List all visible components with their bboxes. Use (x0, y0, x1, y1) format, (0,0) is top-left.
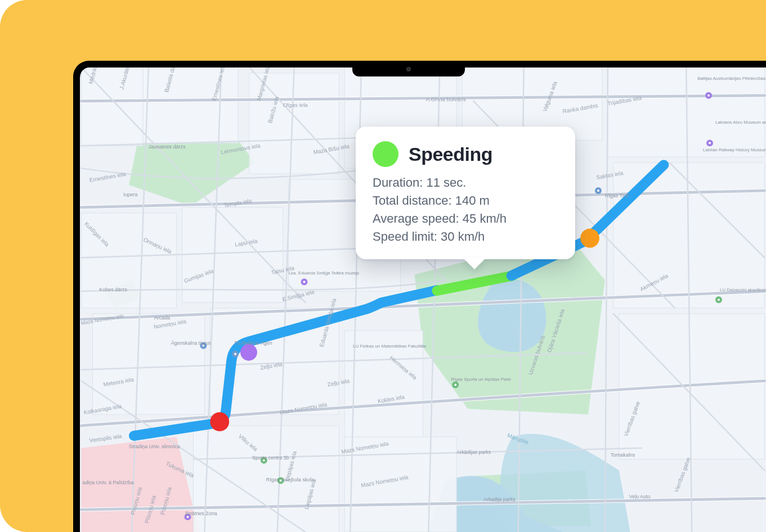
poi-label: Baltijas Austrumāzijas Pētniecības centr… (697, 76, 766, 81)
card-header: Speeding (373, 141, 558, 167)
poi-label: Zinātnes Zona (185, 511, 217, 516)
poi-label: Rīgas Sporta un Atpūtas Parki (451, 377, 511, 382)
poi-label: adiņa Univ. ā Palīdzība (82, 480, 133, 485)
event-hard-braking[interactable] (210, 412, 229, 431)
poi-label: Arkādijas parks (456, 449, 491, 455)
event-acceleration[interactable] (580, 229, 599, 248)
poi-label: Arkadija parks (483, 497, 516, 502)
poi-label: Lka. Eduarda Smiļģa Teātra muzejs (289, 270, 359, 276)
svg-point-43 (234, 353, 236, 355)
value-avg-speed: 45 km/h (463, 211, 507, 226)
svg-point-31 (597, 190, 599, 192)
row-speed-limit: Speed limit: 30 km/h (373, 228, 558, 246)
svg-point-39 (454, 384, 456, 386)
screen: Mēdrikas iela J.Akurātera iela Balasta d… (80, 67, 766, 532)
svg-point-25 (709, 142, 711, 144)
poi-label: Tornakalns (611, 452, 635, 458)
laptop-notch (352, 61, 465, 76)
poi-label: Jaunatnes dārzs (149, 144, 186, 150)
speeding-indicator-icon (373, 141, 398, 167)
poi-label: Sporta centrs 3b (252, 455, 289, 461)
card-body: Duration: 11 sec. Total distance: 140 m … (373, 174, 558, 246)
poi-label: Arcada (154, 315, 170, 321)
row-avg-speed: Average speed: 45 km/h (373, 210, 558, 228)
svg-rect-13 (182, 208, 283, 303)
poi-label: Stradiņa Univ. slimnīca (129, 444, 180, 449)
poi-label: Iupera (123, 192, 137, 197)
value-distance: 140 m (455, 193, 490, 208)
poi-label: LU Fizikas un Matemātikas Fakultāte (353, 344, 427, 349)
poi-label: Latvians Abro Museum ar Research Cente (715, 120, 766, 125)
value-duration: 11 sec. (426, 175, 466, 190)
svg-point-27 (303, 281, 306, 283)
svg-rect-7 (143, 67, 238, 143)
background-card: Mēdrikas iela J.Akurātera iela Balasta d… (0, 0, 766, 532)
laptop-frame: Mēdrikas iela J.Akurātera iela Balasta d… (73, 61, 766, 532)
street-label: Olgas iela (283, 102, 308, 108)
poi-label: LU Dabaszini akadēmisk centrs (720, 287, 766, 292)
card-title: Speeding (409, 143, 492, 165)
svg-point-37 (718, 299, 720, 301)
value-speed-limit: 30 km/h (441, 229, 485, 244)
event-cornering[interactable] (240, 344, 257, 361)
svg-point-23 (707, 94, 710, 97)
speeding-card[interactable]: Speeding Duration: 11 sec. Total distanc… (356, 127, 575, 259)
label-speed-limit: Speed limit: (373, 229, 437, 244)
poi-label: Kobes dārzs (99, 287, 127, 292)
street-label: A.Grīna bulvāris (425, 96, 465, 102)
row-distance: Total distance: 140 m (373, 192, 558, 210)
poi-label: Rīgas Tirdi (605, 193, 629, 199)
label-duration: Duration: (373, 175, 423, 190)
svg-rect-12 (81, 213, 176, 308)
poi-label: Tn.Mellene Āgen (234, 340, 272, 346)
label-avg-speed: Average speed: (373, 211, 459, 226)
poi-label: Veļu Auto (629, 494, 651, 499)
poi-label: Āgenskalna tirgus (171, 340, 212, 346)
row-duration: Duration: 11 sec. (373, 174, 558, 192)
label-distance: Total distance: (373, 193, 452, 208)
poi-label: Latvian Railway History Museum (703, 147, 766, 152)
